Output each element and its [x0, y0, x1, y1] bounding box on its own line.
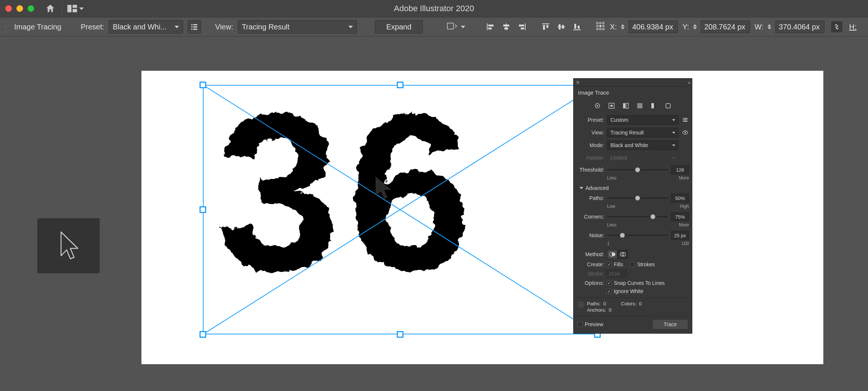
preset-outline-icon[interactable]	[664, 102, 672, 110]
align-vcenter-button[interactable]	[556, 22, 567, 32]
align-top-icon	[541, 23, 550, 31]
title-bar: Adobe Illustrator 2020	[0, 0, 868, 17]
chevron-down-icon	[621, 27, 625, 29]
eye-icon[interactable]	[682, 130, 689, 135]
snap-checkbox[interactable]	[606, 280, 612, 286]
svg-rect-46	[651, 103, 654, 108]
minimize-window-button[interactable]	[16, 5, 23, 12]
handle-top-middle[interactable]	[397, 82, 403, 88]
svg-rect-50	[683, 120, 687, 120]
handle-bottom-left[interactable]	[200, 331, 206, 338]
svg-rect-5	[191, 26, 192, 28]
svg-rect-7	[191, 29, 192, 30]
preset-select[interactable]: Custom	[607, 115, 679, 125]
svg-rect-44	[626, 103, 628, 108]
svg-rect-0	[67, 5, 71, 12]
align-vertical-group	[540, 22, 582, 32]
expand-button[interactable]: Expand	[375, 20, 423, 34]
h-label: H:	[849, 23, 856, 31]
svg-rect-11	[488, 25, 494, 26]
mode-select[interactable]: Black and White	[607, 140, 679, 150]
preset-dropdown[interactable]: Black and Whi...	[109, 20, 183, 34]
preset-auto-icon[interactable]	[593, 102, 601, 110]
handle-top-left[interactable]	[200, 82, 206, 88]
app-title: Adobe Illustrator 2020	[394, 4, 474, 13]
chevron-down-icon	[672, 144, 675, 146]
preset-label: Preset:	[81, 23, 104, 31]
align-vcenter-icon	[557, 23, 566, 31]
corners-slider[interactable]	[607, 216, 668, 217]
svg-rect-48	[666, 104, 670, 108]
svg-rect-27	[578, 26, 580, 29]
svg-rect-34	[597, 28, 598, 30]
preview-label: Preview	[585, 321, 603, 327]
view-label: View:	[577, 130, 604, 136]
corners-input[interactable]: 75%	[671, 212, 689, 221]
preset-icon-row	[577, 99, 689, 114]
shape-mode-button[interactable]	[447, 22, 458, 32]
method-abutting-button[interactable]	[607, 250, 618, 259]
close-icon[interactable]: ✕	[576, 80, 580, 85]
align-right-button[interactable]	[517, 22, 527, 32]
threshold-slider[interactable]	[607, 169, 668, 171]
paths-label: Paths:	[577, 195, 604, 201]
image-trace-panel: ✕ ‹‹ Image Trace Preset: Custom	[573, 78, 692, 334]
y-stepper[interactable]	[691, 21, 699, 33]
x-stepper[interactable]	[619, 21, 626, 33]
svg-rect-18	[521, 28, 524, 29]
align-hcenter-button[interactable]	[501, 22, 511, 32]
workspace-switcher[interactable]	[67, 5, 84, 12]
palette-label: Palette:	[577, 155, 604, 161]
method-overlapping-button[interactable]	[618, 250, 628, 259]
align-bottom-button[interactable]	[572, 22, 582, 32]
w-input[interactable]: 370.4064 px	[775, 20, 824, 33]
align-top-button[interactable]	[540, 22, 551, 32]
ignore-white-checkbox[interactable]	[606, 289, 612, 294]
preset-menu-icon[interactable]	[682, 117, 689, 123]
artboard[interactable]: 36 ✕ ‹‹ Image Trace	[141, 71, 823, 364]
handle-middle-left[interactable]	[200, 206, 206, 213]
preset-bw-icon[interactable]	[650, 102, 658, 110]
trace-button[interactable]: Trace	[652, 319, 688, 330]
noise-slider[interactable]	[607, 235, 668, 236]
preset-lowcolor-icon[interactable]	[622, 102, 630, 110]
paths-slider[interactable]	[607, 197, 668, 199]
close-window-button[interactable]	[5, 5, 12, 12]
tab-image-trace[interactable]: Image Trace	[574, 87, 613, 97]
panel-header[interactable]: ✕ ‹‹	[574, 79, 692, 87]
strokes-checkbox[interactable]	[630, 262, 635, 267]
preset-label: Preset:	[577, 117, 604, 123]
fills-checkbox[interactable]	[606, 262, 612, 267]
svg-rect-21	[546, 25, 548, 28]
strokes-label: Strokes	[637, 261, 655, 267]
svg-rect-9	[447, 23, 453, 29]
svg-rect-16	[525, 23, 526, 30]
preset-highcolor-icon[interactable]	[607, 102, 616, 110]
paths-input[interactable]: 50%	[671, 194, 689, 203]
tracing-options-button[interactable]	[188, 20, 201, 34]
svg-rect-36	[603, 28, 604, 30]
preset-gray-icon[interactable]	[636, 102, 644, 110]
transform-x: X: 406.9384 px	[610, 20, 678, 33]
reference-point-button[interactable]	[596, 21, 605, 33]
home-button[interactable]	[44, 2, 57, 15]
y-label: Y:	[682, 23, 689, 31]
w-stepper[interactable]	[766, 21, 773, 33]
maximize-window-button[interactable]	[28, 5, 34, 12]
advanced-toggle[interactable]: Advanced	[577, 183, 689, 193]
method-abutting-icon	[609, 252, 615, 257]
noise-input[interactable]: 25 px	[671, 231, 689, 240]
view-dropdown[interactable]: Tracing Result	[238, 20, 357, 34]
x-input[interactable]: 406.9384 px	[629, 20, 678, 33]
collapse-icon[interactable]: ‹‹	[688, 80, 690, 85]
view-select[interactable]: Tracing Result	[607, 128, 679, 137]
handle-bottom-middle[interactable]	[397, 331, 403, 338]
align-right-icon	[517, 23, 526, 31]
y-input[interactable]: 208.7624 px	[701, 20, 750, 33]
threshold-input[interactable]: 128	[671, 165, 689, 174]
align-left-button[interactable]	[485, 22, 496, 32]
preview-checkbox[interactable]	[577, 322, 583, 327]
selection-bounding-box	[203, 85, 597, 334]
constrain-proportions-button[interactable]	[831, 21, 842, 32]
svg-rect-10	[487, 23, 488, 30]
